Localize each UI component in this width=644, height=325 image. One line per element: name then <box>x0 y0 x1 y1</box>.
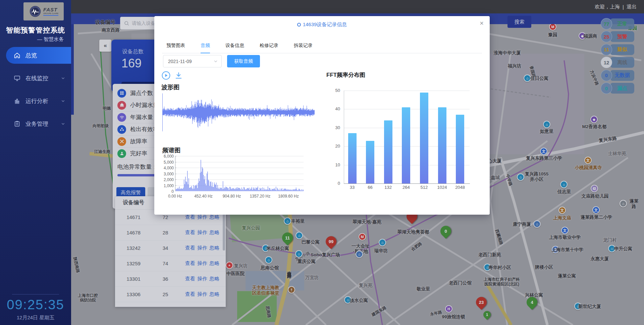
map-label: 牌楼小区 <box>535 265 553 270</box>
spectrum-x-tick: 904.80 Hz <box>223 194 241 199</box>
sidebar-item-3[interactable]: 运行分析 <box>0 93 71 109</box>
action-link[interactable]: 忽略 <box>209 260 219 266</box>
action-link[interactable]: 查看 <box>185 245 195 251</box>
map-label: 复兴坊 <box>234 263 248 269</box>
modal-title: 14639设备记录信息 <box>154 21 490 28</box>
sidebar-item-4[interactable]: 业务管理 <box>0 115 71 132</box>
church-poi-icon: † <box>288 286 295 293</box>
map-label: 99旅馆连锁 <box>442 314 465 320</box>
play-audio-icon[interactable] <box>162 71 170 80</box>
alarm-value-cell: 72 <box>152 214 179 220</box>
map-label: 老西门新苑 <box>478 252 501 258</box>
map-pin-23[interactable]: 23 <box>474 295 489 310</box>
person-icon <box>117 149 126 158</box>
school-poi-icon: 文 <box>552 246 559 253</box>
shop-poi-icon: ◆ <box>590 116 598 123</box>
action-link[interactable]: 查看 <box>185 214 195 220</box>
map-label: 永惠大厦 <box>591 256 609 262</box>
map-pin-11[interactable]: 11 <box>280 230 295 246</box>
map-label: M2香港名都 <box>582 124 607 129</box>
device-id-cell: 14678 <box>115 230 152 235</box>
app-logo: FAST GROUPE CLAIRE <box>23 2 64 20</box>
fft-x-tick: 132 <box>384 185 392 190</box>
download-audio-icon[interactable] <box>174 71 183 80</box>
action-link[interactable]: 操作 <box>197 214 207 220</box>
actions-cell: 查看操作忽略 <box>179 276 226 282</box>
device-id-cell: 13242 <box>115 245 152 251</box>
map-label: 瑞华坊 <box>374 248 388 254</box>
map-label: 上海市敬业中学 <box>549 235 581 240</box>
building-poi-icon: ⌂ <box>262 245 269 252</box>
action-link[interactable]: 忽略 <box>209 245 219 251</box>
sidebar-item-1[interactable]: 总览 <box>6 47 71 64</box>
spectrum-y-tick: 1,000 <box>159 183 174 188</box>
action-link[interactable]: 查看 <box>185 291 195 297</box>
alarm-value-cell: 28 <box>152 230 179 235</box>
action-link[interactable]: 查看 <box>185 260 195 266</box>
spectrum-chart <box>175 156 304 191</box>
action-link[interactable]: 操作 <box>197 276 207 281</box>
close-icon[interactable]: × <box>480 19 484 27</box>
table-scrollbar[interactable] <box>223 211 225 251</box>
action-link[interactable]: 操作 <box>197 260 207 266</box>
tab-拆装记录[interactable]: 拆装记录 <box>294 40 313 53</box>
grid-icon <box>117 89 126 98</box>
sidebar-item-2[interactable]: 在线监控 <box>0 70 71 87</box>
welcome-text: 欢迎，上海 <box>595 4 620 10</box>
hotel-poi-icon: H <box>445 305 452 313</box>
panel-collapse-button[interactable]: « <box>99 40 111 52</box>
map-label: 淮海中华大厦 <box>494 50 521 56</box>
sidebar-item-label: 业务管理 <box>25 120 48 128</box>
map-label: 天主教上海教 区圣伯多禄堂 <box>252 285 279 296</box>
map-label: 康宁商厦 <box>513 222 531 227</box>
map-label: 上海文庙 <box>553 215 571 221</box>
building-poi-icon: ⌂ <box>295 250 303 258</box>
action-link[interactable]: 操作 <box>197 291 207 297</box>
spectrum-y-tick: 3,000 <box>159 172 174 176</box>
fetch-audio-button[interactable]: 获取音频 <box>227 55 260 67</box>
search-button[interactable]: 搜索 <box>507 16 531 28</box>
action-link[interactable]: 查看 <box>185 276 195 281</box>
building-poi-icon: ⌂ <box>524 74 531 82</box>
record-ring-icon <box>297 23 301 26</box>
action-link[interactable]: 操作 <box>197 245 207 251</box>
device-id-cell: 13301 <box>115 276 152 282</box>
action-link[interactable]: 忽略 <box>209 229 219 235</box>
fft-x-tick: 264 <box>402 185 410 190</box>
tab-预警图表[interactable]: 预警图表 <box>166 40 185 53</box>
actions-cell: 查看操作忽略 <box>179 229 226 236</box>
action-link[interactable]: 忽略 <box>209 214 219 220</box>
logout-link[interactable]: 退出 <box>627 4 637 10</box>
spectrum-y-tick: 0 <box>159 189 174 194</box>
map-label: Soho复兴广场 <box>311 252 340 258</box>
fft-x-tick: 33 <box>350 185 355 190</box>
map-label: 翠湖天地隽荟都 <box>397 229 429 235</box>
left-panel-strip <box>71 24 74 115</box>
tab-音频[interactable]: 音频 <box>201 40 210 53</box>
map-label: 佳志里 <box>557 189 571 195</box>
fft-y-tick: 30 <box>330 125 340 130</box>
spectrum-y-tick: 5,000 <box>159 160 174 165</box>
fft-bar-chart <box>344 91 470 183</box>
action-link[interactable]: 操作 <box>197 229 207 235</box>
action-link[interactable]: 忽略 <box>209 276 219 281</box>
device-record-modal: 14639设备记录信息 × 预警图表音频设备信息检修记录拆装记录 2021-11… <box>154 16 490 215</box>
map-pin-4[interactable]: 4 <box>524 295 539 310</box>
map-label: 复兴公园 <box>242 225 260 231</box>
tab-检修记录[interactable]: 检修记录 <box>260 40 278 53</box>
action-link[interactable]: 忽略 <box>209 291 219 297</box>
tab-设备信息[interactable]: 设备信息 <box>225 40 244 53</box>
action-link[interactable]: 查看 <box>185 229 195 235</box>
alarm-icon <box>117 101 126 110</box>
map-label: 小桃园清真寺 <box>575 165 602 170</box>
alarm-value-cell: 34 <box>152 245 179 251</box>
stat-label: 漏点个数 <box>130 89 153 97</box>
map-pin-0[interactable]: 0 <box>438 224 453 239</box>
map-label: 龙门村 <box>603 237 617 243</box>
table-row: 1467828查看操作忽略 <box>115 225 226 240</box>
map-label: 米丘林公寓 <box>266 246 289 251</box>
logo-brand: FAST <box>43 7 58 12</box>
date-select[interactable]: 2021-11-09 <box>163 55 222 67</box>
map-pin-1[interactable]: 1 <box>482 310 492 320</box>
map-pin-99[interactable]: 99 <box>323 234 338 249</box>
